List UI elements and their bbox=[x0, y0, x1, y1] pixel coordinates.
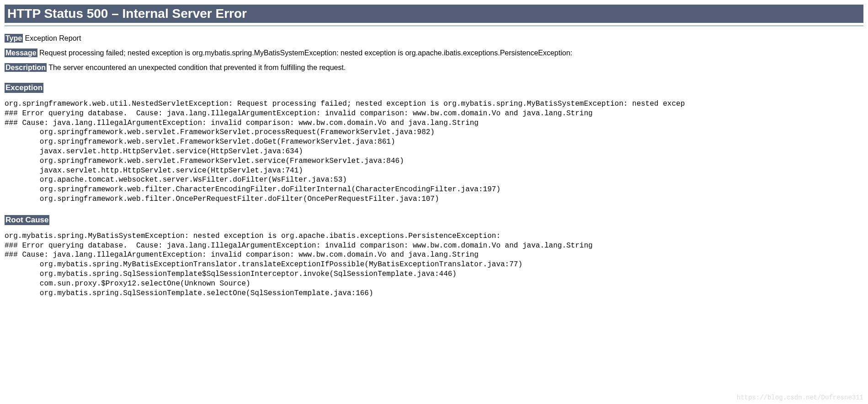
exception-trace: org.springframework.web.util.NestedServl… bbox=[5, 99, 863, 204]
message-label: Message bbox=[5, 48, 37, 57]
divider bbox=[5, 26, 863, 26]
type-row: Type Exception Report bbox=[5, 34, 863, 43]
type-value: Exception Report bbox=[23, 34, 81, 42]
exception-heading: Exception bbox=[5, 83, 43, 93]
description-label: Description bbox=[5, 63, 47, 72]
type-label: Type bbox=[5, 34, 23, 43]
message-value: Request processing failed; nested except… bbox=[37, 49, 572, 57]
message-row: Message Request processing failed; neste… bbox=[5, 49, 863, 57]
page-title: HTTP Status 500 – Internal Server Error bbox=[5, 5, 863, 23]
description-value: The server encountered an unexpected con… bbox=[47, 64, 346, 71]
description-row: Description The server encountered an un… bbox=[5, 64, 863, 72]
root-cause-trace: org.mybatis.spring.MyBatisSystemExceptio… bbox=[5, 232, 863, 298]
root-cause-heading: Root Cause bbox=[5, 215, 49, 225]
